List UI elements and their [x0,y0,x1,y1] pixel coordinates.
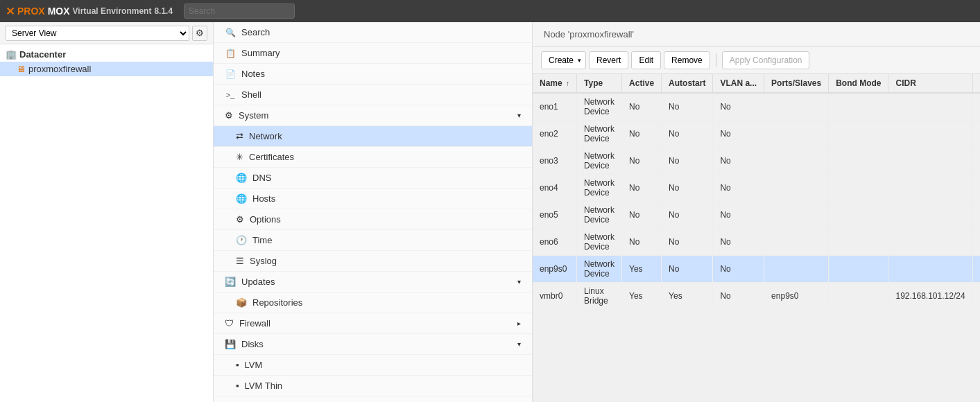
cell-type: Network Device [577,256,622,283]
cell-vlan_aware: No [713,283,764,310]
nav-label-shell: Shell [241,89,261,100]
dns-nav-icon: 🌐 [236,173,247,183]
tree-item-node[interactable]: 🖥 proxmoxfirewall [0,62,213,76]
col-cidr[interactable]: CIDR [888,74,972,93]
nav-label-updates: Updates [241,277,275,287]
nav-group-firewall[interactable]: 🛡 Firewall ▸ [214,313,532,334]
cell-name: eno3 [533,148,577,175]
nav-label-dns: DNS [252,173,271,183]
nav-item-notes[interactable]: 📄 Notes [214,64,532,85]
logo-prox: PROX [17,6,45,17]
nav-item-syslog[interactable]: ☰ Syslog [214,251,532,272]
nav-group-system[interactable]: ⚙ System ▾ [214,105,532,126]
col-ports[interactable]: Ports/Slaves [764,74,829,93]
cell-type: Linux Bridge [577,283,622,310]
edit-button[interactable]: Edit [631,51,661,69]
nav-label-syslog: Syslog [250,256,277,266]
hosts-nav-icon: 🌐 [236,193,247,204]
col-gateway[interactable]: Gateway [972,74,980,93]
nav-item-repositories[interactable]: 📦 Repositories [214,292,532,313]
nav-item-lvm-thin[interactable]: ▪ LVM Thin [214,376,532,396]
revert-button[interactable]: Revert [589,51,628,69]
cell-active: No [622,148,662,175]
lvm-nav-icon: ▪ [236,360,239,370]
table-row[interactable]: eno2Network DeviceNoNoNo [533,121,980,148]
nav-label-network: Network [249,131,282,141]
cell-active: No [622,202,662,229]
table-row[interactable]: eno1Network DeviceNoNoNo [533,93,980,121]
cell-active: Yes [622,256,662,283]
nav-group-updates[interactable]: 🔄 Updates ▾ [214,272,532,292]
cell-gateway: 192.168.101.1 [972,283,980,310]
cell-gateway [972,93,980,121]
col-bond-label: Bond Mode [836,78,881,88]
content-area: Node 'proxmoxfirewall' Create ▾ Revert E… [533,22,980,402]
top-search-input[interactable] [184,3,295,19]
table-row[interactable]: eno5Network DeviceNoNoNo [533,202,980,229]
create-dropdown-arrow: ▾ [578,57,581,64]
cell-name: eno6 [533,229,577,256]
cell-bond_mode [829,175,888,202]
sort-asc-icon: ↑ [566,80,569,87]
cell-type: Network Device [577,202,622,229]
col-vlan[interactable]: VLAN a... [713,74,764,93]
cell-active: Yes [622,283,662,310]
cell-cidr [888,175,972,202]
cell-ports_slaves [764,229,829,256]
cell-cidr [888,256,972,283]
apply-config-label: Apply Configuration [730,55,802,65]
cell-ports_slaves [764,121,829,148]
col-vlan-label: VLAN a... [720,78,757,88]
server-view-select[interactable]: Server View [6,26,189,41]
summary-nav-icon: 📋 [225,49,236,58]
cell-autostart: Yes [662,283,713,310]
nav-item-dns[interactable]: 🌐 DNS [214,168,532,189]
nav-label-repositories: Repositories [252,297,302,308]
nav-label-system: System [239,110,268,121]
col-active[interactable]: Active [622,74,662,93]
col-active-label: Active [629,78,654,88]
app-container: ✕ PROXMOX Virtual Environment 8.1.4 Serv… [0,0,980,402]
cell-bond_mode [829,121,888,148]
table-row[interactable]: eno4Network DeviceNoNoNo [533,175,980,202]
nav-item-time[interactable]: 🕐 Time [214,230,532,251]
col-bond[interactable]: Bond Mode [829,74,888,93]
cell-vlan_aware: No [713,175,764,202]
remove-label: Remove [671,55,703,65]
nav-item-network[interactable]: ⇄ Network [214,126,532,147]
col-autostart[interactable]: Autostart [662,74,713,93]
col-type-label: Type [584,78,603,88]
cell-cidr [888,148,972,175]
nav-label-lvm: LVM [245,360,263,370]
table-row[interactable]: enp9s0Network DeviceYesNoNo [533,256,980,283]
cell-type: Network Device [577,148,622,175]
nav-item-lvm[interactable]: ▪ LVM [214,355,532,376]
nav-label-search: Search [241,27,270,37]
firewall-expand-icon: ▸ [517,320,521,327]
table-row[interactable]: eno6Network DeviceNoNoNo [533,229,980,256]
nav-item-options[interactable]: ⚙ Options [214,209,532,230]
cell-bond_mode [829,283,888,310]
cell-bond_mode [829,256,888,283]
nav-item-summary[interactable]: 📋 Summary [214,43,532,64]
col-ports-label: Ports/Slaves [771,78,821,88]
col-name[interactable]: Name ↑ [533,74,577,93]
apply-config-button[interactable]: Apply Configuration [722,51,810,69]
node-icon: 🖥 [17,64,26,74]
create-button[interactable]: Create ▾ [541,51,586,69]
nav-item-hosts[interactable]: 🌐 Hosts [214,189,532,209]
col-type[interactable]: Type [577,74,622,93]
nav-item-shell[interactable]: >_ Shell [214,85,532,105]
tree-item-datacenter[interactable]: 🏢 Datacenter [0,47,213,62]
table-row[interactable]: eno3Network DeviceNoNoNo [533,148,980,175]
nav-group-disks[interactable]: 💾 Disks ▾ [214,334,532,355]
gear-button[interactable]: ⚙ [192,26,207,41]
lvm-thin-nav-icon: ▪ [236,381,239,391]
shell-nav-icon: >_ [225,91,236,99]
cell-active: No [622,175,662,202]
nav-item-certificates[interactable]: ✳ Certificates [214,147,532,168]
cell-name: enp9s0 [533,256,577,283]
nav-item-search[interactable]: 🔍 Search [214,22,532,43]
remove-button[interactable]: Remove [664,51,710,69]
table-row[interactable]: vmbr0Linux BridgeYesYesNoenp9s0192.168.1… [533,283,980,310]
